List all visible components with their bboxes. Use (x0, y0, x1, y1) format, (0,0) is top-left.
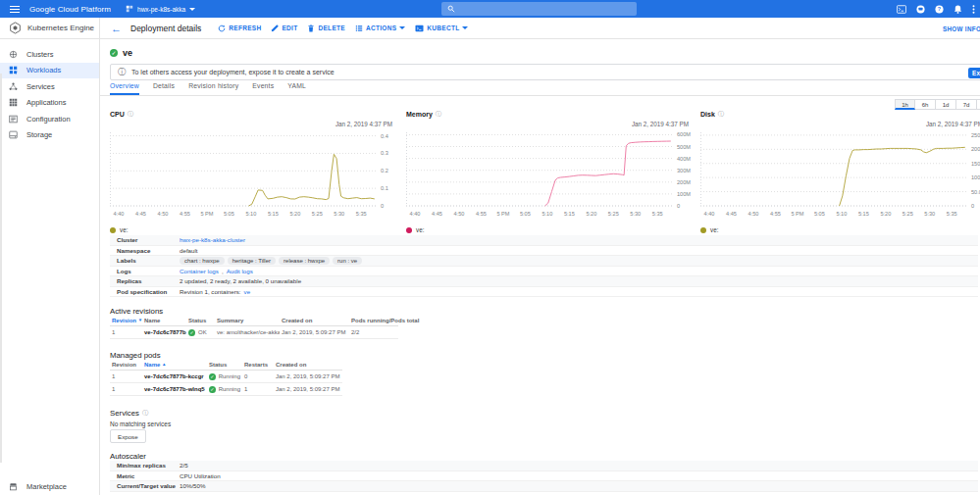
svg-text:0.2: 0.2 (381, 168, 388, 173)
svg-text:200M: 200M (677, 179, 691, 185)
sidebar-item-configuration[interactable]: Configuration (0, 111, 99, 127)
link[interactable]: Container logs (180, 268, 219, 274)
detail-label: Replicas (110, 277, 180, 284)
cloud-shell-icon[interactable] (897, 5, 906, 14)
svg-text:4:40: 4:40 (704, 211, 715, 217)
sidebar-item-services[interactable]: Services (0, 78, 99, 95)
autoscaler-value: CPU Utilization (180, 472, 221, 479)
column-header[interactable]: Created on (274, 360, 342, 371)
svg-text:100.0: 100.0 (971, 174, 980, 180)
autoscaler-label: Min/max replicas (110, 462, 180, 469)
svg-text:5:05: 5:05 (520, 211, 531, 217)
svg-text:100M: 100M (677, 191, 691, 197)
time-range-1h[interactable]: 1h (895, 99, 915, 110)
autoscaler-title: Autoscaler (110, 452, 146, 461)
svg-text:5:10: 5:10 (245, 211, 256, 217)
autoscaler-row: MetricCPU Utilization (110, 471, 978, 482)
svg-text:500M: 500M (677, 144, 691, 150)
feedback-icon[interactable] (916, 5, 925, 14)
column-header[interactable]: Status (207, 360, 242, 371)
detail-label: Pod specification (110, 288, 180, 295)
svg-text:0: 0 (381, 203, 384, 209)
column-header[interactable]: Summary (215, 316, 280, 326)
expose-button[interactable]: Expose (110, 429, 146, 443)
svg-text:0.4: 0.4 (381, 133, 388, 139)
tab-details[interactable]: Details (153, 82, 175, 95)
notifications-icon[interactable] (954, 5, 962, 14)
active-revisions-title: Active revisions (110, 307, 163, 316)
autoscaler-value: 2/5 (180, 462, 188, 469)
svg-text:5:35: 5:35 (652, 211, 663, 217)
svg-text:4:50: 4:50 (158, 211, 169, 217)
expose-banner: ⓘ To let others access your deployment, … (110, 64, 980, 80)
project-selector[interactable]: hwx-pe-k8s-akka (126, 5, 195, 13)
column-header[interactable]: Created on (280, 316, 349, 326)
chart-legend: ve: (406, 226, 693, 233)
autoscaler-value: 10%/50% (180, 482, 206, 489)
column-header[interactable]: Pods running/Pods total (349, 316, 398, 326)
actions-button[interactable]: ACTIONS (355, 25, 405, 32)
sidebar-item-storage[interactable]: Storage (0, 127, 99, 144)
page-header: Kubernetes Engine ← Deployment details R… (0, 18, 980, 39)
sidebar-item-marketplace[interactable]: Marketplace (0, 479, 99, 495)
deployment-name: ve (123, 48, 132, 58)
tab-overview[interactable]: Overview (110, 82, 139, 95)
sidebar-item-workloads[interactable]: Workloads (0, 63, 99, 79)
deployment-details-table: Clusterhwx-pe-k8s-akka-clusterNamespaced… (110, 235, 978, 297)
revision-row: 1ve-7dc6c7877b✓OKve: amolthacker/ce-akka… (110, 326, 398, 339)
sidebar-item-applications[interactable]: Applications (0, 95, 99, 112)
autoscaler-label: Metric (110, 472, 180, 479)
link[interactable]: ve (244, 288, 251, 295)
services-info-icon: ⓘ (142, 409, 148, 418)
storage-icon (9, 130, 18, 139)
time-range-6h[interactable]: 6h (915, 99, 936, 110)
chart-disk: DiskⓘJan 2, 2019 4:37 PM250.0200.0150.01… (700, 110, 980, 233)
svg-text:4:55: 4:55 (476, 211, 487, 217)
svg-text:5 PM: 5 PM (200, 211, 213, 217)
back-button[interactable]: ← (111, 23, 122, 34)
tab-events[interactable]: Events (252, 82, 274, 95)
refresh-button[interactable]: REFRESH (218, 25, 261, 32)
detail-value: chart : hwxpeheritage : Tillerrelease : … (180, 257, 362, 265)
column-header[interactable]: Revision ▼ (110, 316, 142, 326)
info-icon: ⓘ (718, 110, 724, 119)
delete-button[interactable]: DELETE (307, 25, 344, 32)
pod-row: 1ve-7dc6c7877b-wlnq5✓Running1Jan 2, 2019… (110, 383, 342, 396)
more-vert-icon[interactable] (972, 5, 975, 14)
sidebar-item-clusters[interactable]: Clusters (0, 46, 99, 63)
sort-desc-icon: ▼ (138, 318, 142, 322)
svg-text:5:05: 5:05 (814, 211, 825, 217)
svg-text:4:45: 4:45 (726, 211, 737, 217)
column-header[interactable]: Restarts (242, 360, 274, 371)
help-icon[interactable]: ? (935, 5, 944, 14)
menu-icon[interactable] (10, 6, 20, 13)
label-chip: release : hwxpe (279, 257, 330, 265)
top-app-bar: Google Cloud Platform hwx-pe-k8s-akka ? (0, 0, 980, 18)
svg-text:5:35: 5:35 (356, 211, 367, 217)
tab-revision-history[interactable]: Revision history (188, 82, 238, 95)
column-header[interactable]: Name ▲ (142, 360, 207, 371)
svg-text:4:55: 4:55 (180, 211, 190, 217)
time-range-1d[interactable]: 1d (936, 99, 956, 110)
legend-label: ve: (710, 226, 718, 233)
svg-text:5:25: 5:25 (608, 211, 619, 217)
link[interactable]: Audit logs (227, 268, 253, 274)
banner-expose-button[interactable]: Expose (968, 68, 980, 78)
gcp-logo[interactable]: Google Cloud Platform (29, 5, 111, 14)
marketplace-icon (9, 482, 18, 491)
page-title: Deployment details (130, 24, 201, 33)
chart-title: Memory (406, 111, 433, 118)
link[interactable]: hwx-pe-k8s-akka-cluster (180, 236, 245, 243)
column-header[interactable]: Status (186, 316, 215, 326)
column-header[interactable]: Name (142, 316, 186, 326)
detail-value: default (180, 247, 198, 254)
sidebar-scrollbar[interactable] (0, 74, 2, 463)
kubectl-button[interactable]: KUBECTL (415, 25, 468, 32)
time-range-7d[interactable]: 7d (956, 99, 977, 110)
show-info-panel-button[interactable]: SHOW INFO PANEL (943, 25, 980, 32)
column-header[interactable]: Revision (110, 360, 142, 371)
autoscaler-row: Min/max replicas2/5 (110, 461, 978, 471)
edit-button[interactable]: EDIT (271, 25, 297, 32)
tab-yaml[interactable]: YAML (287, 82, 306, 95)
search-input[interactable] (441, 2, 637, 16)
